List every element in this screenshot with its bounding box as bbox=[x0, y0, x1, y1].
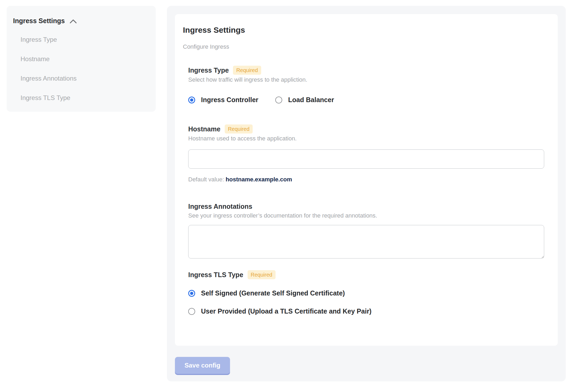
field-label: Ingress TLS Type bbox=[188, 270, 243, 279]
sidebar-item-ingress-type[interactable]: Ingress Type bbox=[20, 36, 149, 43]
hostname-default-line: Default value:hostname.example.com bbox=[188, 176, 550, 183]
sidebar-item-ingress-annotations[interactable]: Ingress Annotations bbox=[20, 75, 149, 82]
chevron-up-icon bbox=[69, 19, 77, 24]
required-badge: Required bbox=[233, 66, 261, 75]
field-description: Select how traffic will ingress to the a… bbox=[188, 76, 550, 83]
settings-sidebar: Ingress Settings Ingress Type Hostname I… bbox=[7, 6, 156, 112]
radio-label: User Provided (Upload a TLS Certificate … bbox=[201, 307, 371, 315]
field-hostname: Hostname Required Hostname used to acces… bbox=[188, 124, 550, 183]
required-badge: Required bbox=[225, 124, 253, 134]
field-ingress-annotations: Ingress Annotations See your ingress con… bbox=[188, 202, 550, 258]
radio-label: Ingress Controller bbox=[201, 96, 258, 104]
radio-checked-icon[interactable] bbox=[188, 290, 195, 297]
default-value-prefix: Default value: bbox=[188, 176, 224, 183]
radio-checked-icon[interactable] bbox=[188, 97, 195, 103]
ingress-annotations-textarea[interactable] bbox=[188, 225, 544, 258]
field-ingress-type: Ingress Type Required Select how traffic… bbox=[188, 66, 550, 104]
radio-unchecked-icon[interactable] bbox=[275, 97, 282, 103]
self-signed-option[interactable]: Self Signed (Generate Self Signed Certif… bbox=[188, 289, 550, 297]
sidebar-item-hostname[interactable]: Hostname bbox=[20, 55, 149, 63]
field-label: Hostname bbox=[188, 125, 220, 133]
field-description: Hostname used to access the application. bbox=[188, 135, 550, 142]
sidebar-section-toggle[interactable]: Ingress Settings bbox=[13, 17, 149, 25]
ingress-settings-card: Ingress Settings Configure Ingress Ingre… bbox=[175, 14, 558, 346]
load-balancer-option[interactable]: Load Balancer bbox=[275, 96, 334, 104]
hostname-input[interactable] bbox=[188, 149, 544, 169]
field-label: Ingress Type bbox=[188, 66, 229, 74]
radio-label: Load Balancer bbox=[288, 96, 334, 104]
settings-panel: Ingress Settings Configure Ingress Ingre… bbox=[167, 6, 566, 381]
page: Ingress Settings Ingress Type Hostname I… bbox=[0, 0, 574, 381]
default-value-text: hostname.example.com bbox=[226, 176, 292, 183]
save-config-button[interactable]: Save config bbox=[175, 357, 230, 374]
required-badge: Required bbox=[248, 270, 276, 279]
sidebar-section-title: Ingress Settings bbox=[13, 17, 65, 25]
sidebar-nav-list: Ingress Type Hostname Ingress Annotation… bbox=[13, 36, 149, 102]
form-fields: Ingress Type Required Select how traffic… bbox=[188, 66, 550, 315]
field-ingress-tls-type: Ingress TLS Type Required Self Signed (G… bbox=[188, 270, 550, 315]
field-description: See your ingress controller’s documentat… bbox=[188, 212, 550, 219]
radio-unchecked-icon[interactable] bbox=[188, 308, 195, 315]
tls-type-radio-group: Self Signed (Generate Self Signed Certif… bbox=[188, 289, 550, 315]
page-subtitle: Configure Ingress bbox=[183, 43, 550, 50]
radio-label: Self Signed (Generate Self Signed Certif… bbox=[201, 289, 345, 297]
field-label: Ingress Annotations bbox=[188, 202, 252, 211]
page-title: Ingress Settings bbox=[183, 25, 550, 35]
ingress-type-radio-group: Ingress Controller Load Balancer bbox=[188, 96, 550, 104]
sidebar-item-ingress-tls-type[interactable]: Ingress TLS Type bbox=[20, 94, 149, 102]
ingress-controller-option[interactable]: Ingress Controller bbox=[188, 96, 258, 104]
user-provided-option[interactable]: User Provided (Upload a TLS Certificate … bbox=[188, 307, 550, 315]
